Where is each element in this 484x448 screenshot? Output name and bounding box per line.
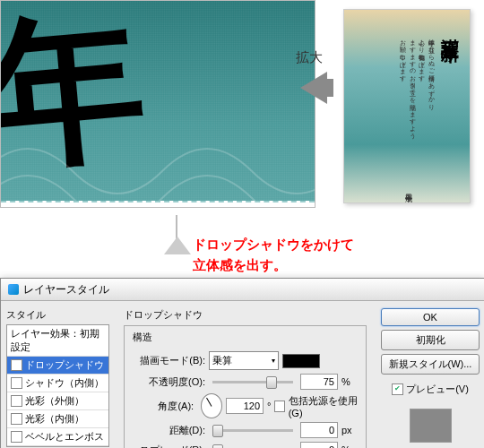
checkbox-icon[interactable] <box>11 413 22 425</box>
chevron-down-icon: ▾ <box>272 357 275 365</box>
layer-style-dialog: レイヤースタイル スタイル レイヤー効果：初期設定 ✔ドロップシャドウ シャドウ… <box>0 278 484 448</box>
structure-fieldset: 構造 描画モード(B): 乗算▾ 不透明度(O): % 角度(A): ° <box>124 325 367 448</box>
style-item-inner-glow[interactable]: 光彩（内側） <box>7 410 108 428</box>
annotation-text: ドロップシャドウをかけて立体感を出す。 <box>193 235 354 275</box>
enlarge-label: 拡大 <box>296 49 323 66</box>
angle-label: 角度(A): <box>132 400 194 413</box>
spread-input[interactable] <box>300 442 338 448</box>
slider-thumb[interactable] <box>212 425 223 437</box>
checkbox-icon[interactable] <box>11 431 22 443</box>
style-item-drop-shadow[interactable]: ✔ドロップシャドウ <box>7 357 108 375</box>
style-item-outer-glow[interactable]: 光彩（外側） <box>7 392 108 410</box>
arrow-tail <box>315 79 333 97</box>
style-item-bevel-emboss[interactable]: ベベルとエンボス <box>7 428 108 446</box>
styles-header: スタイル <box>6 308 109 322</box>
dialog-title: レイヤースタイル <box>23 282 109 297</box>
slider-thumb[interactable] <box>212 444 223 449</box>
blend-mode-label: 描画モード(B): <box>132 354 205 367</box>
distance-label: 距離(D): <box>132 424 205 437</box>
styles-list: レイヤー効果：初期設定 ✔ドロップシャドウ シャドウ（内側） 光彩（外側） 光彩… <box>6 324 109 447</box>
reset-button[interactable]: 初期化 <box>381 330 480 350</box>
card-greeting: 謹賀新年 <box>438 23 462 34</box>
slider-thumb[interactable] <box>266 376 277 389</box>
dialog-titlebar[interactable]: レイヤースタイル <box>1 279 484 301</box>
style-item-defaults[interactable]: レイヤー効果：初期設定 <box>7 325 108 357</box>
card-message: 昨年中は並々ならぬご厚情にあずかり心より御礼申し上げますますますのお引き立てを賜… <box>398 35 436 135</box>
section-title: ドロップシャドウ <box>124 308 367 322</box>
preview-swatch <box>410 409 452 443</box>
styles-panel: スタイル レイヤー効果：初期設定 ✔ドロップシャドウ シャドウ（内側） 光彩（外… <box>1 301 115 448</box>
torn-edge <box>1 201 315 208</box>
global-light-label: 包括光源を使用(G) <box>289 394 359 418</box>
opacity-label: 不透明度(O): <box>132 375 205 389</box>
app-icon <box>8 284 19 295</box>
buttons-panel: OK 初期化 新規スタイル(W)... ✔ プレビュー(V) <box>376 301 484 448</box>
checkbox-icon[interactable] <box>11 395 22 407</box>
opacity-input[interactable] <box>300 374 338 390</box>
style-item-inner-shadow[interactable]: シャドウ（内側） <box>7 375 108 392</box>
opacity-slider[interactable] <box>212 381 293 383</box>
shadow-color-swatch[interactable] <box>282 354 320 368</box>
checkbox-icon[interactable]: ✔ <box>11 359 22 371</box>
blend-mode-select[interactable]: 乗算▾ <box>209 351 279 370</box>
angle-dial[interactable] <box>201 393 222 418</box>
new-year-card: 謹賀新年 昨年中は並々ならぬご厚情にあずかり心より御礼申し上げますますますのお引… <box>343 9 471 203</box>
checkbox-icon[interactable] <box>11 377 22 389</box>
zoomed-image-preview: 年 <box>0 0 315 208</box>
preview-label: プレビュー(V) <box>406 383 469 396</box>
distance-input[interactable] <box>300 422 338 438</box>
wave-pattern <box>1 99 315 207</box>
preview-checkbox[interactable]: ✔ <box>392 383 403 395</box>
spread-label: スプレッド(R): <box>132 444 205 449</box>
global-light-checkbox[interactable] <box>274 401 284 412</box>
structure-title: 構造 <box>130 331 155 344</box>
distance-slider[interactable] <box>212 429 293 432</box>
pointer-triangle <box>164 237 191 254</box>
ok-button[interactable]: OK <box>381 308 480 326</box>
settings-panel: ドロップシャドウ 構造 描画モード(B): 乗算▾ 不透明度(O): % 角度(… <box>115 301 376 448</box>
style-item-contour[interactable]: 輪郭 <box>7 446 108 447</box>
angle-input[interactable] <box>226 398 264 414</box>
new-style-button[interactable]: 新規スタイル(W)... <box>381 354 480 375</box>
